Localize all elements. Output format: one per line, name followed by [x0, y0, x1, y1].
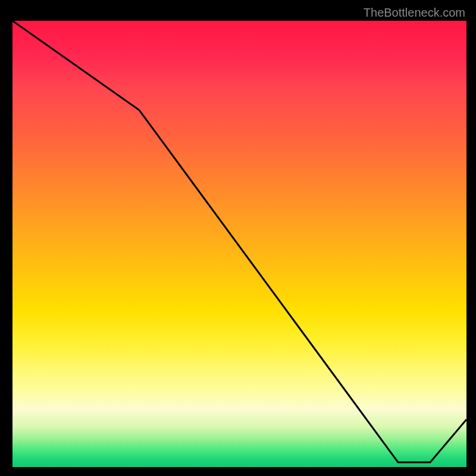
chart-container: TheBottleneck.com: [0, 0, 476, 476]
watermark-text: TheBottleneck.com: [364, 6, 465, 20]
bottleneck-curve: [12, 21, 466, 467]
plot-area: [11, 19, 468, 469]
